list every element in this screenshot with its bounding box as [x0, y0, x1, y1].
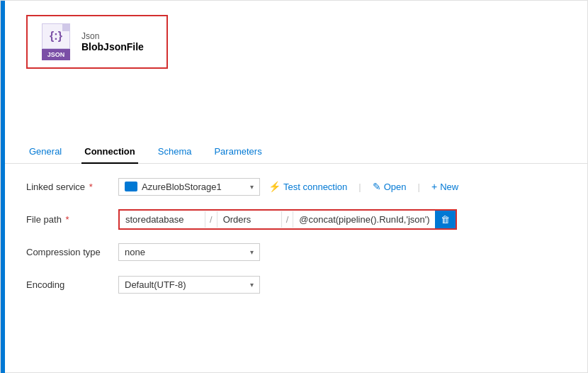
linked-service-row: Linked service * AzureBlobStorage1 ▾ ⚡ T…	[26, 175, 566, 198]
linked-service-arrow-icon: ▾	[250, 183, 254, 191]
linked-service-label: Linked service *	[26, 182, 118, 192]
compression-type-arrow-icon: ▾	[250, 248, 254, 256]
main-container: {:} JSON Json BlobJsonFile General Conne…	[0, 0, 588, 373]
open-pencil-icon: ✎	[373, 181, 381, 192]
tab-parameters[interactable]: Parameters	[211, 140, 264, 164]
storage-icon	[125, 182, 137, 191]
dataset-card: {:} JSON Json BlobJsonFile	[26, 15, 168, 69]
required-star: *	[86, 182, 93, 192]
test-connection-icon: ⚡	[268, 181, 281, 192]
new-plus-icon: +	[431, 181, 437, 192]
linked-service-dropdown[interactable]: AzureBlobStorage1 ▾	[118, 178, 260, 196]
encoding-label: Encoding	[26, 279, 118, 290]
encoding-dropdown[interactable]: Default(UTF-8) ▾	[118, 276, 260, 294]
file-path-required-star: *	[63, 214, 69, 225]
tab-connection[interactable]: Connection	[81, 140, 138, 164]
top-area: {:} JSON Json BlobJsonFile	[1, 1, 587, 83]
left-accent-bar	[1, 1, 5, 373]
encoding-arrow-icon: ▾	[250, 281, 254, 289]
test-connection-label: Test connection	[283, 182, 347, 192]
file-path-controls-wrapper: / / 🗑	[118, 209, 566, 230]
open-link[interactable]: ✎ Open	[373, 181, 407, 192]
file-path-row: File path * / / 🗑	[26, 208, 566, 230]
new-label: New	[440, 182, 458, 192]
json-curly-braces: {:}	[50, 30, 62, 43]
compression-type-value: none	[125, 247, 145, 257]
form-area: Linked service * AzureBlobStorage1 ▾ ⚡ T…	[1, 164, 587, 317]
compression-type-controls: none ▾	[118, 243, 566, 261]
tab-general[interactable]: General	[26, 140, 64, 164]
divider-2: |	[418, 182, 420, 192]
encoding-controls: Default(UTF-8) ▾	[118, 276, 566, 294]
encoding-value: Default(UTF-8)	[125, 279, 186, 290]
json-icon-label: JSON	[42, 49, 70, 60]
path-separator-1: /	[205, 211, 217, 228]
linked-service-controls: AzureBlobStorage1 ▾ ⚡ Test connection | …	[118, 178, 566, 196]
delete-trash-icon: 🗑	[441, 214, 450, 225]
test-connection-link[interactable]: ⚡ Test connection	[268, 181, 347, 192]
file-path-label: File path *	[26, 214, 118, 225]
compression-type-label: Compression type	[26, 247, 118, 257]
compression-type-row: Compression type none ▾	[26, 240, 566, 263]
divider-1: |	[358, 182, 361, 192]
file-path-segment3-input[interactable]	[293, 211, 435, 228]
compression-type-dropdown[interactable]: none ▾	[118, 243, 260, 261]
file-path-segment1-input[interactable]	[120, 211, 205, 228]
dataset-type: Json	[81, 31, 144, 41]
dataset-name: BlobJsonFile	[81, 41, 144, 52]
json-icon-top: {:}	[42, 23, 70, 49]
new-link[interactable]: + New	[431, 181, 458, 192]
tabs-bar: General Connection Schema Parameters	[1, 140, 587, 164]
dataset-info: Json BlobJsonFile	[81, 31, 144, 52]
file-path-input-group: / / 🗑	[118, 209, 457, 230]
open-label: Open	[384, 182, 407, 192]
linked-service-value: AzureBlobStorage1	[142, 182, 222, 192]
file-path-segment2-input[interactable]	[217, 211, 281, 228]
tab-schema[interactable]: Schema	[155, 140, 195, 164]
encoding-row: Encoding Default(UTF-8) ▾	[26, 273, 566, 296]
file-path-delete-button[interactable]: 🗑	[435, 211, 456, 228]
json-file-icon: {:} JSON	[39, 23, 73, 60]
path-separator-2: /	[281, 211, 294, 228]
